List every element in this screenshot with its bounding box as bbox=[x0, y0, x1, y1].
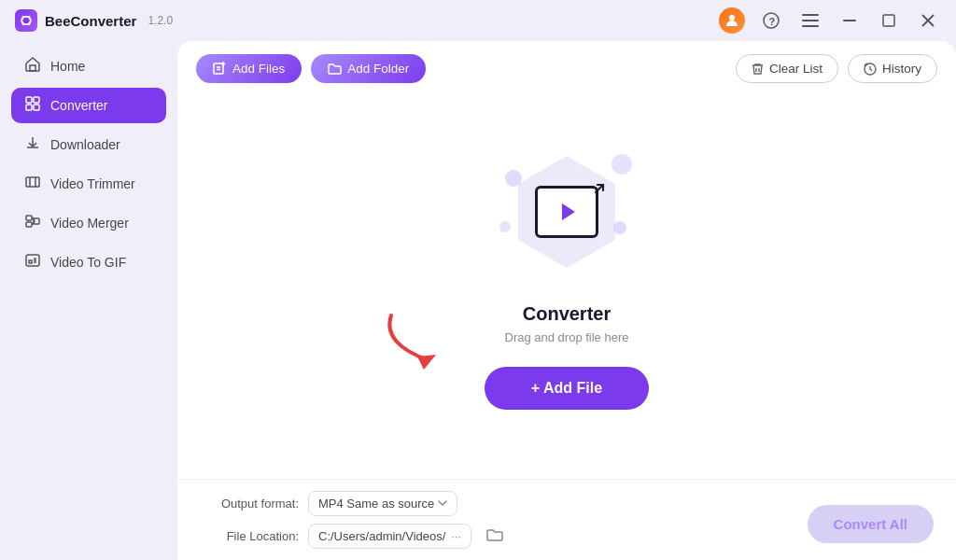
sidebar-label-video-to-gif: Video To GIF bbox=[50, 255, 126, 270]
toolbar-right: Clear List History bbox=[736, 54, 937, 83]
svg-rect-24 bbox=[214, 63, 223, 74]
location-dots[interactable]: ··· bbox=[451, 529, 461, 543]
minimize-button[interactable] bbox=[836, 7, 863, 34]
svg-rect-23 bbox=[26, 255, 39, 266]
svg-rect-21 bbox=[26, 222, 32, 227]
svg-rect-7 bbox=[802, 25, 819, 27]
dot-decoration bbox=[612, 154, 632, 175]
svg-rect-8 bbox=[843, 20, 856, 21]
history-label: History bbox=[882, 62, 921, 76]
close-button[interactable] bbox=[915, 7, 941, 34]
sidebar-item-video-trimmer[interactable]: Video Trimmer bbox=[11, 166, 166, 202]
sidebar-item-downloader[interactable]: Downloader bbox=[11, 127, 166, 162]
app-version: 1.2.0 bbox=[148, 14, 173, 27]
history-button[interactable]: History bbox=[848, 54, 937, 83]
sidebar-label-converter: Converter bbox=[50, 98, 107, 113]
add-folder-button[interactable]: Add Folder bbox=[311, 54, 426, 83]
drop-zone: Converter Drag and drop file here + Add … bbox=[177, 96, 956, 479]
svg-rect-16 bbox=[34, 105, 39, 110]
add-folder-label: Add Folder bbox=[347, 62, 409, 76]
export-arrow-icon bbox=[588, 181, 609, 206]
svg-rect-14 bbox=[34, 97, 39, 103]
drop-title: Converter bbox=[523, 303, 611, 325]
drop-subtitle: Drag and drop file here bbox=[505, 330, 629, 344]
toolbar: Add Files Add Folder Clear List bbox=[177, 41, 956, 96]
app-name: BeeConverter bbox=[45, 13, 136, 29]
red-arrow bbox=[373, 306, 466, 371]
bottom-bar: Output format: MP4 Same as source File L… bbox=[177, 479, 956, 560]
downloader-icon bbox=[24, 135, 41, 154]
add-file-button[interactable]: + Add File bbox=[485, 367, 649, 410]
maximize-button[interactable] bbox=[876, 7, 902, 34]
format-value: MP4 Same as source bbox=[318, 497, 434, 511]
dot-decoration bbox=[613, 221, 626, 234]
video-icon-box bbox=[535, 186, 598, 238]
trimmer-icon bbox=[24, 175, 41, 193]
add-files-label: Add Files bbox=[232, 62, 285, 76]
svg-rect-9 bbox=[883, 15, 894, 26]
hex-icon-container bbox=[492, 137, 641, 287]
svg-marker-28 bbox=[417, 355, 436, 370]
sidebar: Home Converter Downloader bbox=[0, 41, 177, 560]
svg-rect-12 bbox=[30, 65, 35, 71]
dot-decoration bbox=[505, 170, 522, 187]
svg-rect-5 bbox=[802, 14, 819, 16]
title-bar-left: BeeConverter 1.2.0 bbox=[15, 9, 173, 32]
add-files-button[interactable]: Add Files bbox=[196, 54, 302, 83]
help-icon[interactable]: ? bbox=[758, 7, 784, 34]
sidebar-item-video-to-gif[interactable]: Video To GIF bbox=[11, 245, 166, 280]
sidebar-item-converter[interactable]: Converter bbox=[11, 88, 166, 123]
merger-icon bbox=[24, 214, 41, 232]
clear-list-button[interactable]: Clear List bbox=[736, 54, 838, 83]
svg-rect-15 bbox=[26, 105, 32, 110]
avatar[interactable] bbox=[719, 7, 745, 34]
convert-all-label: Convert All bbox=[834, 516, 907, 532]
dot-decoration bbox=[499, 221, 511, 232]
add-file-label: + Add File bbox=[531, 380, 602, 397]
sidebar-label-video-merger: Video Merger bbox=[50, 216, 129, 231]
add-file-area: + Add File bbox=[485, 367, 649, 410]
svg-rect-13 bbox=[26, 97, 32, 103]
file-location-label: File Location: bbox=[196, 529, 299, 543]
chevron-down-icon bbox=[438, 500, 447, 507]
sidebar-label-downloader: Downloader bbox=[50, 137, 120, 152]
gif-icon bbox=[24, 253, 41, 272]
svg-point-2 bbox=[729, 15, 735, 21]
svg-text:?: ? bbox=[769, 16, 776, 27]
sidebar-item-home[interactable]: Home bbox=[11, 49, 166, 84]
svg-rect-17 bbox=[26, 177, 39, 187]
svg-rect-6 bbox=[802, 20, 819, 21]
converter-icon bbox=[24, 96, 41, 115]
main-layout: Home Converter Downloader bbox=[0, 41, 956, 560]
sidebar-item-video-merger[interactable]: Video Merger bbox=[11, 205, 166, 241]
title-bar-right: ? bbox=[719, 7, 941, 34]
folder-browse-icon[interactable] bbox=[486, 527, 503, 546]
sidebar-label-home: Home bbox=[50, 59, 85, 74]
sidebar-label-video-trimmer: Video Trimmer bbox=[50, 176, 135, 191]
convert-all-button[interactable]: Convert All bbox=[808, 505, 934, 543]
output-format-select[interactable]: MP4 Same as source bbox=[308, 491, 457, 516]
menu-icon[interactable] bbox=[797, 7, 823, 34]
clear-list-label: Clear List bbox=[769, 62, 822, 76]
play-triangle bbox=[562, 203, 575, 220]
toolbar-left: Add Files Add Folder bbox=[196, 54, 426, 83]
output-format-label: Output format: bbox=[196, 497, 299, 511]
file-location-input[interactable]: C:/Users/admin/Videos/ ··· bbox=[308, 524, 471, 549]
file-location-path: C:/Users/admin/Videos/ bbox=[318, 529, 445, 543]
home-icon bbox=[24, 57, 41, 76]
svg-rect-20 bbox=[26, 216, 32, 220]
app-logo bbox=[15, 9, 37, 32]
title-bar: BeeConverter 1.2.0 ? bbox=[0, 0, 956, 41]
content-area: Add Files Add Folder Clear List bbox=[177, 41, 956, 560]
